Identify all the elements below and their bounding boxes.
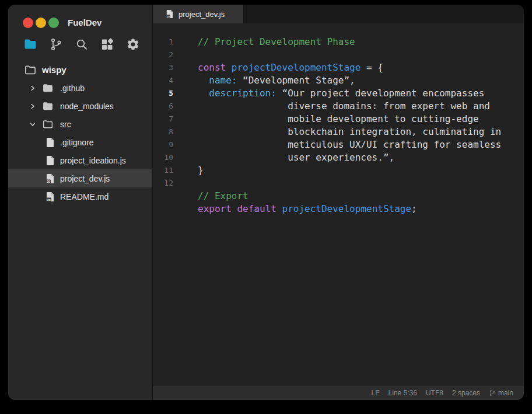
- js-file-icon: JS: [46, 173, 55, 184]
- tree-item-project-dev-js[interactable]: JSproject_dev.js: [8, 169, 152, 187]
- code-line: 6 diverse domains: from expert web and: [153, 100, 524, 113]
- tree-item--github[interactable]: .github: [8, 79, 152, 97]
- line-number: 2: [153, 48, 173, 61]
- status-item-label: main: [498, 389, 513, 397]
- code-text: }: [173, 164, 204, 177]
- code-text: // Project Development Phase: [173, 36, 355, 48]
- minimize-window-button[interactable]: [36, 18, 46, 28]
- folder-outline-icon: [24, 64, 37, 76]
- folder-filled-icon: [42, 100, 54, 112]
- file-icon: [46, 137, 55, 148]
- tree-item-label: README.md: [60, 192, 108, 201]
- tab-bar: JS project_dev.js: [153, 5, 524, 23]
- status-item-2-spaces[interactable]: 2 spaces: [452, 389, 480, 397]
- status-item-line-5-36[interactable]: Line 5:36: [388, 389, 417, 397]
- status-item-lf[interactable]: LF: [372, 389, 380, 397]
- maximize-window-button[interactable]: [48, 18, 59, 28]
- line-number: 10: [153, 151, 173, 164]
- app-title: FuelDev: [68, 18, 102, 27]
- line-number: 5: [153, 87, 173, 100]
- tree-item-src[interactable]: src: [8, 115, 152, 133]
- tree-item-label: .github: [60, 84, 85, 93]
- code-text: // Export: [173, 190, 249, 203]
- tab-project-dev-js[interactable]: JS project_dev.js: [153, 5, 243, 23]
- traffic-lights: [23, 18, 59, 28]
- code-line: 11}: [153, 164, 524, 177]
- code-text: [173, 177, 198, 190]
- tree-item-readme-md[interactable]: MDREADME.md: [8, 187, 152, 206]
- line-number: 4: [153, 74, 173, 87]
- tree-item-label: node_modules: [60, 102, 114, 111]
- line-number: 12: [153, 177, 173, 190]
- tree-root-wispy[interactable]: wispy: [8, 61, 152, 79]
- code-line: 5 description: “Our project development …: [153, 87, 524, 100]
- svg-text:MD: MD: [47, 198, 51, 201]
- code-line: 7 mobile development to cutting-edge: [153, 113, 524, 126]
- chevron-right-icon[interactable]: [29, 85, 36, 92]
- line-number: 11: [153, 164, 173, 177]
- extensions-icon[interactable]: [100, 37, 114, 51]
- svg-text:JS: JS: [47, 180, 51, 183]
- chevron-right-icon[interactable]: [29, 103, 36, 110]
- code-line: 10 user experiences.”,: [153, 151, 524, 164]
- svg-text:JS: JS: [167, 15, 170, 18]
- js-file-icon: JS: [166, 9, 174, 19]
- code-text: mobile development to cutting-edge: [173, 113, 479, 126]
- tab-label: project_dev.js: [178, 10, 225, 19]
- md-file-icon: MD: [46, 192, 55, 202]
- tree-item-node-modules[interactable]: node_modules: [8, 97, 152, 115]
- file-explorer: wispy.githubnode_modulessrc.gitignorepro…: [8, 61, 152, 206]
- gear-icon[interactable]: [126, 37, 140, 51]
- line-number: 1: [153, 36, 173, 48]
- tree-item-label: .gitignore: [60, 138, 94, 147]
- code-text: diverse domains: from expert web and: [173, 100, 490, 113]
- sidebar: FuelDev wispy.githubnode_modulessrc.giti…: [8, 5, 153, 400]
- status-bar: LFLine 5:36UTF82 spacesmain: [153, 386, 524, 400]
- code-line: // Export: [153, 190, 524, 203]
- folder-outline-icon: [42, 119, 54, 130]
- tree-item-label: src: [60, 120, 71, 129]
- editor-area: JS project_dev.js 1// Project Developmen…: [153, 5, 524, 400]
- code-line: 4 name: “Development Stage”,: [153, 74, 524, 87]
- code-line: 8 blockchain integration, culminating in: [153, 126, 524, 138]
- git-branch-icon: [489, 389, 496, 396]
- folder-filled-icon: [42, 82, 54, 94]
- close-window-button[interactable]: [23, 18, 33, 28]
- line-number: 9: [153, 138, 173, 151]
- line-number: 7: [153, 113, 173, 126]
- status-item-main[interactable]: main: [489, 389, 513, 397]
- status-item-label: 2 spaces: [452, 389, 480, 397]
- chevron-down-icon[interactable]: [29, 121, 36, 128]
- status-item-label: UTF8: [426, 389, 443, 397]
- tree-item-project-ideation-js[interactable]: project_ideation.js: [8, 151, 152, 169]
- status-item-utf8[interactable]: UTF8: [426, 389, 443, 397]
- git-branch-icon[interactable]: [49, 37, 63, 51]
- search-icon[interactable]: [75, 37, 89, 51]
- code-line: export default projectDevelopmentStage;: [153, 203, 524, 215]
- tree-item-label: wispy: [42, 65, 66, 75]
- code-editor[interactable]: 1// Project Development Phase23const pro…: [153, 23, 524, 386]
- code-text: user experiences.”,: [173, 151, 394, 164]
- activity-toolbar: [23, 37, 140, 51]
- code-line: 12: [153, 177, 524, 190]
- code-text: name: “Development Stage”,: [173, 74, 355, 87]
- code-text: const projectDevelopmentStage = {: [173, 61, 383, 74]
- titlebar: FuelDev: [8, 5, 152, 36]
- line-number: [153, 203, 173, 215]
- status-item-label: Line 5:36: [388, 389, 417, 397]
- line-number: 8: [153, 126, 173, 138]
- code-text: blockchain integration, culminating in: [173, 126, 501, 138]
- status-item-label: LF: [372, 389, 380, 397]
- code-line: 9 meticulous UX/UI crafting for seamless: [153, 138, 524, 151]
- tree-item-label: project_ideation.js: [60, 156, 126, 165]
- line-number: [153, 190, 173, 203]
- file-icon: [46, 155, 55, 166]
- code-text: export default projectDevelopmentStage;: [173, 203, 417, 215]
- code-line: 2: [153, 48, 524, 61]
- tree-item--gitignore[interactable]: .gitignore: [8, 133, 152, 151]
- files-icon[interactable]: [23, 37, 37, 51]
- code-line: 3const projectDevelopmentStage = {: [153, 61, 524, 74]
- code-line: 1// Project Development Phase: [153, 36, 524, 48]
- app-window: FuelDev wispy.githubnode_modulessrc.giti…: [8, 5, 524, 400]
- code-text: meticulous UX/UI crafting for seamless: [173, 138, 501, 151]
